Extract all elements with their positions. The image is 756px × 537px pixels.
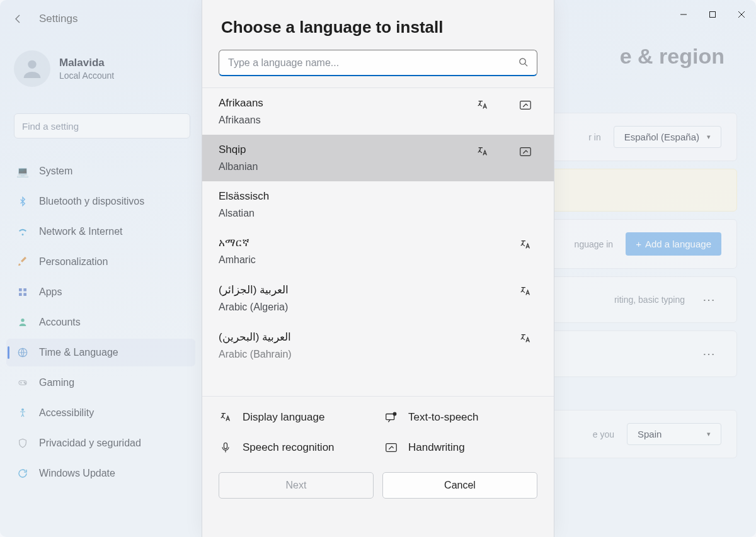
- speech-recognition-icon: [219, 441, 232, 455]
- text-to-speech-icon: [384, 410, 398, 424]
- search-icon: [518, 57, 528, 69]
- language-native-name: العربية (البحرين): [219, 331, 292, 344]
- language-native-name: አማርኛ: [219, 237, 256, 249]
- language-english-name: Arabic (Algeria): [219, 302, 289, 313]
- language-native-name: Elsässisch: [219, 190, 269, 203]
- display-language-icon: [219, 410, 232, 424]
- feature-legend: Display language Text-to-speech Speech r…: [202, 396, 554, 461]
- language-native-name: Shqip: [219, 144, 258, 156]
- legend-display-language: Display language: [219, 410, 372, 424]
- language-native-name: العربية (الجزائر): [219, 283, 289, 297]
- display-language-icon: [476, 98, 490, 112]
- language-english-name: Amharic: [219, 254, 256, 266]
- language-option[interactable]: ShqipAlbanian: [202, 135, 554, 181]
- choose-language-modal: Choose a language to install AfrikaansAf…: [202, 0, 554, 537]
- svg-rect-19: [386, 414, 394, 420]
- svg-point-15: [520, 58, 525, 64]
- language-search-input[interactable]: [228, 57, 518, 69]
- cancel-button[interactable]: Cancel: [382, 472, 537, 499]
- display-language-icon: [518, 238, 532, 252]
- svg-rect-18: [520, 148, 531, 156]
- handwriting-icon: [518, 145, 532, 159]
- display-language-icon: [518, 285, 532, 298]
- language-option[interactable]: አማርኛAmharic: [202, 228, 554, 274]
- language-native-name: Afrikaans: [219, 97, 263, 110]
- svg-line-16: [525, 64, 527, 66]
- language-option[interactable]: ElsässischAlsatian: [202, 181, 554, 228]
- language-option[interactable]: العربية (الجزائر)Arabic (Algeria): [202, 274, 554, 322]
- language-option[interactable]: العربية (البحرين)Arabic (Bahrain): [202, 322, 554, 360]
- handwriting-icon: [384, 441, 398, 455]
- language-english-name: Afrikaans: [219, 115, 263, 126]
- language-english-name: Albanian: [219, 161, 258, 172]
- svg-rect-22: [386, 444, 397, 452]
- next-button[interactable]: Next: [219, 472, 374, 499]
- language-search-field[interactable]: [219, 50, 537, 76]
- legend-speech-recognition: Speech recognition: [219, 441, 372, 455]
- handwriting-icon: [518, 98, 532, 112]
- language-option[interactable]: AfrikaansAfrikaans: [202, 88, 554, 135]
- display-language-icon: [518, 332, 532, 346]
- modal-title: Choose a language to install: [202, 0, 554, 50]
- svg-point-20: [393, 412, 396, 415]
- svg-rect-17: [520, 101, 531, 110]
- language-list[interactable]: AfrikaansAfrikaansShqipAlbanianElsässisc…: [202, 88, 554, 396]
- legend-handwriting: Handwriting: [384, 441, 537, 455]
- display-language-icon: [476, 145, 490, 159]
- legend-text-to-speech: Text-to-speech: [384, 410, 537, 424]
- language-english-name: Alsatian: [219, 208, 269, 219]
- svg-rect-21: [224, 443, 227, 449]
